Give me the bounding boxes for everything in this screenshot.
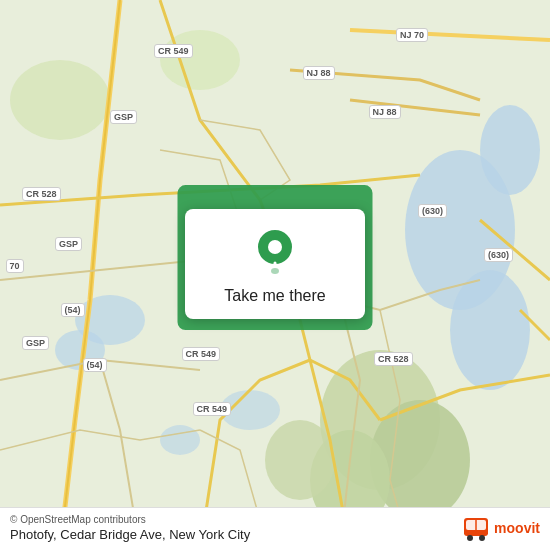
svg-point-11 [265,420,335,500]
road-label-cr630-right: (630) [418,204,447,218]
road-label-cr528-left: CR 528 [22,187,61,201]
svg-point-3 [480,105,540,195]
road-label-gsp-mid: GSP [55,237,82,251]
road-label-nj70: NJ 70 [396,28,428,42]
road-label-cr528-bot: CR 528 [374,352,413,366]
road-label-54-2: (54) [83,358,107,372]
take-me-there-button[interactable]: Take me there [224,287,325,305]
road-label-nj88-right: NJ 88 [369,105,401,119]
location-pin-icon [254,227,296,277]
road-label-cr549-mid2: CR 549 [182,347,221,361]
road-label-cr549-top: CR 549 [154,44,193,58]
svg-rect-21 [464,530,488,534]
bottom-bar: © OpenStreetMap contributors Photofy, Ce… [0,507,550,550]
road-label-54-1: (54) [61,303,85,317]
svg-point-20 [479,535,485,541]
road-label-70: 70 [6,259,24,273]
svg-point-15 [268,240,282,254]
road-label-cr549-bot: CR 549 [193,402,232,416]
road-label-gsp-bot: GSP [22,336,49,350]
map-container: CR 549 NJ 70 NJ 88 NJ 88 CR 528 (630) (6… [0,0,550,550]
moovit-text: moovit [494,520,540,536]
svg-point-7 [160,425,200,455]
road-label-nj88-top: NJ 88 [303,66,335,80]
take-me-there-card[interactable]: Take me there [185,209,365,319]
svg-point-12 [10,60,110,140]
svg-point-19 [467,535,473,541]
svg-point-2 [450,270,530,390]
svg-point-16 [271,268,279,274]
map-attribution: © OpenStreetMap contributors [10,514,250,525]
moovit-logo: moovit [462,514,540,542]
location-label: Photofy, Cedar Bridge Ave, New York City [10,527,250,542]
pin-icon-container [215,227,335,277]
road-label-cr630-far: (630) [484,248,513,262]
bottom-left: © OpenStreetMap contributors Photofy, Ce… [10,514,250,542]
moovit-bus-icon [462,514,490,542]
road-label-gsp-top: GSP [110,110,137,124]
